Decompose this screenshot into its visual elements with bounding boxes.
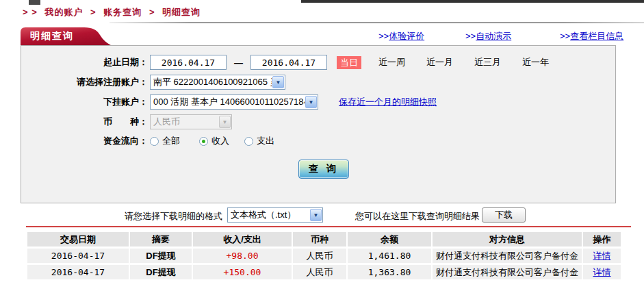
results-table: 交易日期 摘要 收入/支出 币种 余额 对方信息 操作 2016-04-17 D…	[27, 232, 621, 281]
header-divider	[110, 22, 644, 23]
cell-date: 2016-04-17	[27, 249, 129, 263]
header-amount: 收入/支出	[193, 232, 292, 246]
save-snapshot-link[interactable]: 保存近一个月的明细快照	[339, 96, 437, 108]
breadcrumb-item-detail-query[interactable]: 明细查询	[162, 7, 201, 17]
query-form-panel: 起止日期： — 当日 近一周 近一月 近三月 近一年 请选择注册账户： 南平 6…	[21, 45, 616, 203]
breadcrumb-item-my-account[interactable]: 我的账户	[44, 7, 83, 17]
breadcrumb: > > 我的账户 > 账务查询 > 明细查询	[23, 6, 205, 18]
header-counterparty: 对方信息	[433, 232, 582, 246]
chevron-down-icon[interactable]: ▼	[272, 76, 284, 88]
flow-option-all-label: 全部	[162, 135, 180, 147]
chevron-down-icon: ▼	[219, 116, 231, 128]
sub-account-value: 000 活期 基本户 1406600101102571848	[151, 96, 305, 108]
tab-detail-query[interactable]: 明细查询	[21, 27, 111, 45]
flow-option-expense[interactable]: 支出	[244, 135, 274, 147]
header-currency: 币种	[293, 232, 346, 246]
cell-balance: 1,363.80	[348, 265, 431, 279]
date-range-label: 起止日期：	[21, 56, 148, 68]
preset-today-button[interactable]: 当日	[337, 56, 361, 69]
link-label: 体验评价	[389, 31, 424, 41]
flow-option-income[interactable]: 收入	[199, 135, 229, 147]
start-date-input[interactable]	[150, 55, 227, 70]
preset-last-month-button[interactable]: 近一月	[426, 56, 453, 68]
table-row: 2016-04-17 DF提现 +150.00 人民币 1,363.80 财付通…	[27, 265, 621, 279]
flow-option-expense-label: 支出	[257, 135, 274, 147]
breadcrumb-separator: >	[90, 7, 96, 17]
preset-last-quarter-button[interactable]: 近三月	[474, 56, 501, 68]
top-edge-fragment	[29, 0, 40, 5]
breadcrumb-separator: >	[149, 7, 155, 17]
header-date: 交易日期	[27, 232, 129, 246]
register-account-label: 请选择注册账户：	[21, 76, 148, 88]
cell-amount: +150.00	[193, 265, 292, 279]
top-edge-line	[301, 0, 644, 3]
download-format-label: 请您选择下载明细的格式	[103, 210, 222, 223]
header-summary: 摘要	[130, 232, 192, 246]
download-result-label: 您可以在这里下载查询明细结果	[355, 210, 480, 223]
chevron-down-icon[interactable]: ▼	[310, 209, 322, 221]
radio-unchecked-icon[interactable]	[244, 137, 253, 146]
date-range-row: 起止日期： — 当日 近一周 近一月 近三月 近一年	[21, 55, 615, 70]
cell-date: 2016-04-17	[27, 265, 129, 279]
currency-value: 人民币	[151, 116, 218, 128]
cell-summary: DF提现	[130, 265, 192, 279]
table-top-divider	[26, 226, 631, 227]
link-prefix: >>	[465, 31, 476, 41]
header-balance: 余额	[348, 232, 431, 246]
link-label: 查看栏目信息	[570, 31, 623, 41]
register-account-select[interactable]: 南平 6222001406100921065 灵通卡 ▼	[150, 75, 285, 90]
tab-title: 明细查询	[30, 30, 74, 42]
flow-direction-label: 资金流向：	[21, 135, 148, 147]
detail-link[interactable]: 详情	[583, 265, 621, 279]
cell-currency: 人民币	[293, 265, 346, 279]
cell-summary: DF提现	[130, 249, 192, 263]
breadcrumb-item-account-query[interactable]: 账务查询	[103, 7, 142, 17]
currency-label: 币 种：	[21, 116, 148, 128]
download-format-value: 文本格式（.txt）	[228, 209, 309, 221]
register-account-value: 南平 6222001406100921065 灵通卡	[151, 76, 272, 88]
download-button[interactable]: 下载	[482, 207, 526, 223]
header-action: 操作	[583, 232, 621, 246]
sub-account-select[interactable]: 000 活期 基本户 1406600101102571848 ▼	[150, 94, 318, 110]
sub-account-row: 下挂账户： 000 活期 基本户 1406600101102571848 ▼ 保…	[21, 94, 615, 110]
flow-option-all[interactable]: 全部	[150, 135, 180, 147]
cell-balance: 1,461.80	[348, 249, 431, 263]
download-format-select[interactable]: 文本格式（.txt） ▼	[227, 207, 323, 223]
table-row: 2016-04-17 DF提现 +98.00 人民币 1,461.80 财付通支…	[27, 249, 621, 263]
link-label: 自动演示	[476, 31, 511, 41]
query-button[interactable]: 查 询	[298, 160, 349, 179]
preset-last-week-button[interactable]: 近一周	[378, 56, 405, 68]
sub-account-label: 下挂账户：	[21, 96, 148, 108]
link-prefix: >>	[560, 31, 570, 41]
flow-option-income-label: 收入	[211, 135, 229, 147]
date-range-dash: —	[234, 58, 243, 68]
cell-counterparty: 财付通支付科技有限公司客户备付金	[433, 265, 582, 279]
preset-last-year-button[interactable]: 近一年	[522, 56, 549, 68]
cell-currency: 人民币	[293, 249, 346, 263]
radio-checked-icon[interactable]	[199, 137, 208, 146]
chevron-down-icon[interactable]: ▼	[305, 96, 317, 108]
register-account-row: 请选择注册账户： 南平 6222001406100921065 灵通卡 ▼	[21, 75, 615, 90]
table-header-row: 交易日期 摘要 收入/支出 币种 余额 对方信息 操作	[27, 232, 621, 246]
currency-row: 币 种： 人民币 ▼	[21, 114, 615, 129]
experience-review-link[interactable]: >>体验评价	[378, 30, 424, 42]
flow-direction-row: 资金流向： 全部 收入 支出	[21, 134, 615, 149]
link-prefix: >>	[378, 31, 389, 41]
view-column-info-link[interactable]: >>查看栏目信息	[560, 30, 623, 42]
cell-amount: +98.00	[193, 249, 292, 263]
radio-unchecked-icon[interactable]	[150, 137, 159, 146]
currency-select-disabled: 人民币 ▼	[150, 114, 232, 129]
auto-demo-link[interactable]: >>自动演示	[465, 30, 511, 42]
end-date-input[interactable]	[250, 55, 327, 70]
cell-counterparty: 财付通支付科技有限公司客户备付金	[433, 249, 582, 263]
detail-link[interactable]: 详情	[583, 249, 621, 263]
breadcrumb-prefix: > >	[23, 7, 38, 17]
